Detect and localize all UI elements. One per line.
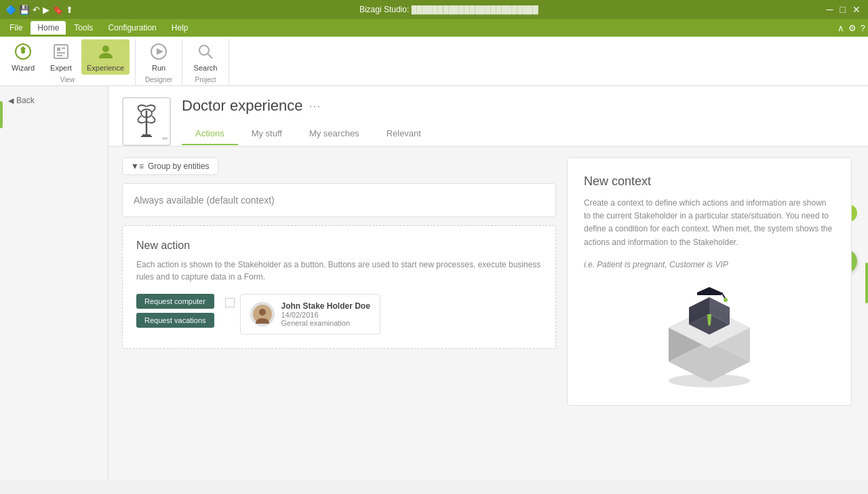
title-bar-left: 🔷 💾 ↶ ▶ 🔖 ⬆ <box>5 5 73 15</box>
new-action-preview: Request computer Request vacations <box>136 294 542 335</box>
new-context-description: Create a context to define which actions… <box>584 197 835 249</box>
filter-icon: ▼≡ <box>131 162 144 171</box>
stakeholder-avatar-icon <box>253 305 272 324</box>
svg-rect-26 <box>697 292 722 295</box>
menu-home[interactable]: Home <box>31 21 66 35</box>
experience-header: ✏ Doctor experience ⋯ Actions My stuff M… <box>108 86 868 147</box>
ribbon-experience-button[interactable]: Experience <box>81 39 130 75</box>
ribbon-project-items: Search <box>188 39 223 75</box>
project-info: ████████████████████████ <box>412 5 538 14</box>
expert-label: Expert <box>50 64 72 72</box>
run-icon <box>149 42 168 61</box>
ribbon-designer-items: Run <box>141 39 176 75</box>
edit-avatar-icon[interactable]: ✏ <box>162 134 168 143</box>
sidebar: ◀ Back <box>0 86 108 480</box>
experience-icon <box>96 42 115 61</box>
menu-file[interactable]: File <box>3 21 29 35</box>
run-label: Run <box>152 64 165 72</box>
menu-tools[interactable]: Tools <box>67 21 100 35</box>
new-action-description: Each action is shown to the Stakeholder … <box>136 259 542 283</box>
context-illustration <box>584 280 835 389</box>
ribbon-search-button[interactable]: Search <box>188 39 223 75</box>
svg-point-29 <box>724 298 728 302</box>
tab-my-searches[interactable]: My searches <box>296 123 373 145</box>
view-group-label: View <box>60 76 75 86</box>
new-action-title: New action <box>136 240 542 252</box>
experience-label: Experience <box>87 64 124 72</box>
ribbon-run-button[interactable]: Run <box>141 39 176 75</box>
tab-my-stuff[interactable]: My stuff <box>238 123 296 145</box>
app-title: Bizagi Studio: ████████████████████████ <box>73 5 825 14</box>
svg-rect-3 <box>57 48 60 51</box>
designer-group-label: Designer <box>145 76 172 86</box>
upload-icon[interactable]: ⬆ <box>66 5 73 15</box>
preview-buttons: Request computer Request vacations <box>136 294 214 328</box>
ribbon-group-designer: Run Designer <box>136 39 182 86</box>
ribbon-collapse-icon[interactable]: ∧ <box>837 23 844 33</box>
right-panel: New context Create a context to define w… <box>567 157 852 406</box>
preview-card-inner: John Stake Holder Doe 14/02/2016 General… <box>250 301 370 327</box>
quick-access-toolbar: 🔷 💾 ↶ ▶ 🔖 ⬆ <box>5 5 73 15</box>
ribbon-view-items: Wizard Expert Experience <box>5 39 130 75</box>
svg-line-11 <box>208 54 212 58</box>
menu-configuration[interactable]: Configuration <box>101 21 163 35</box>
always-available-card: Always available (default context) <box>122 183 556 217</box>
svg-rect-4 <box>62 48 65 49</box>
scroll-indicator <box>865 263 868 303</box>
search-label: Search <box>194 64 218 72</box>
wizard-icon <box>14 42 33 61</box>
title-bar: 🔷 💾 ↶ ▶ 🔖 ⬆ Bizagi Studio: █████████████… <box>0 0 868 19</box>
svg-marker-9 <box>157 48 163 55</box>
preview-checkbox[interactable] <box>225 298 235 307</box>
expert-icon <box>52 42 71 61</box>
menu-help[interactable]: Help <box>165 21 195 35</box>
tab-actions[interactable]: Actions <box>182 123 238 145</box>
maximize-button[interactable]: □ <box>838 4 848 15</box>
ribbon-wizard-button[interactable]: Wizard <box>5 39 41 75</box>
close-button[interactable]: ✕ <box>850 4 863 15</box>
back-chevron-icon: ◀ <box>8 96 14 105</box>
ribbon-group-project: Search Project <box>182 39 229 86</box>
experience-more-button[interactable]: ⋯ <box>309 98 321 113</box>
menu-bar: File Home Tools Configuration Help ∧ ⚙ ? <box>0 19 868 37</box>
settings-icon[interactable]: ⚙ <box>848 23 856 33</box>
new-context-card: New context Create a context to define w… <box>567 157 852 406</box>
sidebar-active-indicator <box>0 101 3 128</box>
stakeholder-date: 14/02/2016 <box>281 311 370 319</box>
back-button[interactable]: ◀ Back <box>0 92 108 109</box>
play-icon[interactable]: ▶ <box>43 5 50 15</box>
minimize-button[interactable]: ─ <box>825 4 835 15</box>
svg-rect-6 <box>57 55 62 56</box>
new-context-title: New context <box>584 174 835 189</box>
experience-title: Doctor experience <box>182 97 303 115</box>
ribbon-expert-button[interactable]: Expert <box>43 39 79 75</box>
save-icon[interactable]: 💾 <box>19 5 30 15</box>
window-controls[interactable]: ─ □ ✕ <box>825 4 863 15</box>
svg-point-7 <box>102 45 109 52</box>
experience-avatar[interactable]: ✏ <box>122 97 171 146</box>
wizard-label: Wizard <box>12 64 35 72</box>
illustration-svg <box>642 280 777 389</box>
svg-point-10 <box>199 45 209 55</box>
preview-btn-1[interactable]: Request computer <box>136 294 214 309</box>
stakeholder-label: General examination <box>281 319 370 327</box>
search-icon <box>196 42 215 61</box>
ribbon: Wizard Expert Experience Vi <box>0 37 868 86</box>
undo-icon[interactable]: ↶ <box>33 5 40 15</box>
svg-marker-27 <box>697 287 722 292</box>
stakeholder-name: John Stake Holder Doe <box>281 301 370 311</box>
preview-stakeholder-card: John Stake Holder Doe 14/02/2016 General… <box>240 294 380 335</box>
back-label: Back <box>16 96 35 105</box>
bookmark-icon[interactable]: 🔖 <box>52 5 63 15</box>
group-by-entities-button[interactable]: ▼≡ Group by entities <box>122 157 218 175</box>
main-content: ✏ Doctor experience ⋯ Actions My stuff M… <box>108 86 868 480</box>
preview-avatar <box>250 302 275 326</box>
experience-title-row: Doctor experience ⋯ <box>182 97 854 115</box>
tab-relevant[interactable]: Relevant <box>373 123 435 145</box>
ribbon-help-icon[interactable]: ? <box>861 23 865 33</box>
default-context-text: (default context) <box>206 195 274 206</box>
caduceus-icon <box>132 104 161 139</box>
new-context-example: i.e. Patient is pregnant, Customer is VI… <box>584 260 835 269</box>
preview-btn-2[interactable]: Request vacations <box>136 313 214 328</box>
svg-rect-5 <box>57 52 65 54</box>
